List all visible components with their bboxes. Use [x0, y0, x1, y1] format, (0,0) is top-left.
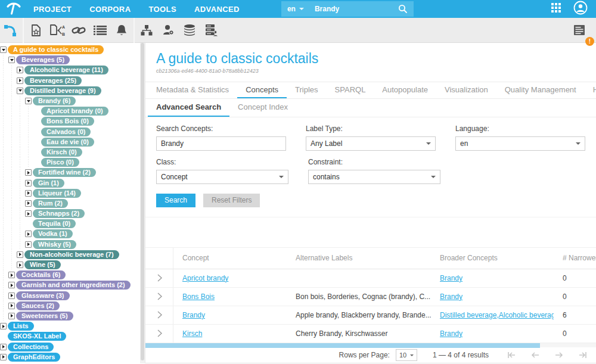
- tree-item[interactable]: Beverages (25): [0, 76, 145, 86]
- collapse-icon[interactable]: [0, 46, 7, 53]
- tree-item[interactable]: Lists: [0, 321, 145, 331]
- expand-icon[interactable]: [25, 200, 32, 207]
- tree-node-pill[interactable]: Schnapps (2): [33, 209, 85, 218]
- tree-item[interactable]: Sweeteners (5): [0, 311, 145, 321]
- tree-node-pill[interactable]: Calvados (0): [41, 127, 91, 136]
- tree-node-pill[interactable]: SKOS-XL Label: [8, 332, 66, 341]
- reset-filters-button[interactable]: Reset Filters: [203, 194, 260, 207]
- tab-quality-management[interactable]: Quality Management: [496, 82, 585, 98]
- tree-node-pill[interactable]: Non-alcoholic beverage (7): [24, 250, 119, 259]
- concept-link[interactable]: Apricot brandy: [182, 274, 228, 282]
- menu-project[interactable]: PROJECT: [33, 5, 72, 14]
- hierarchy-icon[interactable]: [136, 18, 157, 43]
- tree-node-pill[interactable]: GraphEditors: [8, 353, 60, 362]
- bell-icon[interactable]: [111, 18, 132, 43]
- tree-node-pill[interactable]: Beverages (25): [24, 76, 82, 85]
- expand-icon[interactable]: [8, 313, 15, 319]
- tree-node-pill[interactable]: Garnish and other ingredients (2): [16, 281, 131, 290]
- tree-item[interactable]: Tequila (0): [0, 219, 145, 229]
- tree-item[interactable]: Calvados (0): [0, 127, 145, 137]
- tree-item[interactable]: GraphEditors: [0, 352, 145, 362]
- tree-item[interactable]: Wine (5): [0, 260, 145, 270]
- horizontal-scrollbar[interactable]: [145, 343, 596, 348]
- search-language-select[interactable]: en: [281, 1, 310, 17]
- expand-icon[interactable]: [8, 293, 15, 299]
- tree-node-pill[interactable]: Rum (2): [33, 199, 68, 208]
- expand-icon[interactable]: [0, 323, 7, 329]
- menu-tools[interactable]: TOOLS: [148, 5, 176, 14]
- apps-grid-icon[interactable]: [551, 2, 561, 15]
- tree-node-pill[interactable]: Tequila (0): [33, 219, 76, 228]
- expand-icon[interactable]: [17, 251, 23, 258]
- tree-item[interactable]: Rum (2): [0, 198, 145, 209]
- collapse-icon[interactable]: [8, 57, 15, 63]
- tree-item[interactable]: Gin (1): [0, 178, 145, 188]
- document-ab-mapping-icon[interactable]: A B: [46, 18, 68, 43]
- rows-per-page-select[interactable]: 10: [396, 349, 417, 361]
- row-expand-icon[interactable]: [155, 292, 164, 301]
- search-icon[interactable]: [398, 4, 414, 14]
- tab-metadata-statistics[interactable]: Metadata & Statistics: [148, 82, 237, 98]
- expand-icon[interactable]: [17, 262, 23, 268]
- tree-node-pill[interactable]: Cocktails (6): [16, 270, 66, 279]
- tab-triples[interactable]: Triples: [287, 82, 327, 98]
- tree-item[interactable]: Eau de vie (0): [0, 137, 145, 147]
- menu-corpora[interactable]: CORPORA: [89, 5, 131, 14]
- tree-item[interactable]: Glassware (3): [0, 291, 145, 301]
- broader-concept-link[interactable]: Distilled beverage: [440, 311, 496, 319]
- list-icon[interactable]: [89, 18, 111, 43]
- horizontal-scrollbar-thumb[interactable]: [145, 343, 540, 348]
- first-page-icon[interactable]: [507, 351, 516, 359]
- tree-item[interactable]: SKOS-XL Label: [0, 331, 145, 341]
- tree-node-pill[interactable]: Gin (1): [33, 179, 64, 188]
- language-select[interactable]: en: [455, 136, 585, 151]
- tree-scrollbar-thumb[interactable]: [141, 43, 144, 360]
- tree-node-pill[interactable]: Eau de vie (0): [41, 138, 94, 147]
- tree-item[interactable]: Collections: [0, 341, 145, 351]
- tree-item[interactable]: Bons Bois (0): [0, 116, 145, 126]
- expand-icon[interactable]: [25, 190, 32, 197]
- expand-icon[interactable]: [8, 303, 15, 309]
- tree-item[interactable]: Vodka (1): [0, 229, 145, 239]
- tree-node-pill[interactable]: A guide to classic cocktails: [8, 45, 104, 54]
- app-logo[interactable]: [0, 1, 27, 17]
- menu-advanced[interactable]: ADVANCED: [194, 5, 240, 14]
- expand-icon[interactable]: [8, 272, 15, 278]
- search-button[interactable]: Search: [156, 194, 195, 207]
- tree-item[interactable]: Schnapps (2): [0, 209, 145, 219]
- tree-node-pill[interactable]: Lists: [8, 322, 34, 331]
- expand-icon[interactable]: [25, 180, 32, 186]
- tree-item[interactable]: Whisky (5): [0, 239, 145, 250]
- tree-node-pill[interactable]: Whisky (5): [33, 240, 76, 249]
- tree-item[interactable]: A guide to classic cocktails: [0, 45, 145, 55]
- user-gear-icon[interactable]: [157, 18, 179, 43]
- tree-node-pill[interactable]: Apricot brandy (0): [41, 107, 108, 116]
- subtab-concept-index[interactable]: Concept Index: [229, 99, 296, 117]
- row-expand-icon[interactable]: [155, 329, 164, 338]
- log-alert-icon[interactable]: !: [569, 18, 590, 43]
- tree-item[interactable]: Brandy (6): [0, 96, 145, 106]
- tree-item[interactable]: Non-alcoholic beverage (7): [0, 250, 145, 260]
- search-concepts-input[interactable]: [156, 136, 286, 151]
- collapse-icon[interactable]: [25, 98, 32, 104]
- expand-icon[interactable]: [25, 231, 32, 237]
- tree-node-pill[interactable]: Beverages (5): [16, 55, 70, 64]
- previous-page-icon[interactable]: [530, 351, 540, 359]
- tab-concepts[interactable]: Concepts: [237, 82, 287, 98]
- subtab-advanced-search[interactable]: Advanced Search: [148, 99, 229, 117]
- concept-tree-icon[interactable]: [0, 18, 21, 43]
- tree-node-pill[interactable]: Sweeteners (5): [16, 312, 73, 321]
- expand-icon[interactable]: [25, 210, 32, 217]
- tree-node-pill[interactable]: Kirsch (0): [41, 148, 82, 157]
- tab-autopopulate[interactable]: Autopopulate: [374, 82, 436, 98]
- expand-icon[interactable]: [0, 344, 7, 350]
- tab-sparql[interactable]: SPARQL: [327, 82, 374, 98]
- broader-concept-link[interactable]: Alcoholic beverage: [499, 311, 554, 319]
- broader-concept-link[interactable]: Brandy: [440, 293, 462, 301]
- constraint-select[interactable]: contains: [308, 170, 440, 184]
- tree-node-pill[interactable]: Sauces (2): [16, 301, 60, 310]
- user-account-icon[interactable]: [573, 1, 588, 17]
- tree-node-pill[interactable]: Liqueur (14): [33, 189, 81, 198]
- collapse-icon[interactable]: [17, 88, 23, 94]
- tree-item[interactable]: Alcoholic beverage (11): [0, 65, 145, 75]
